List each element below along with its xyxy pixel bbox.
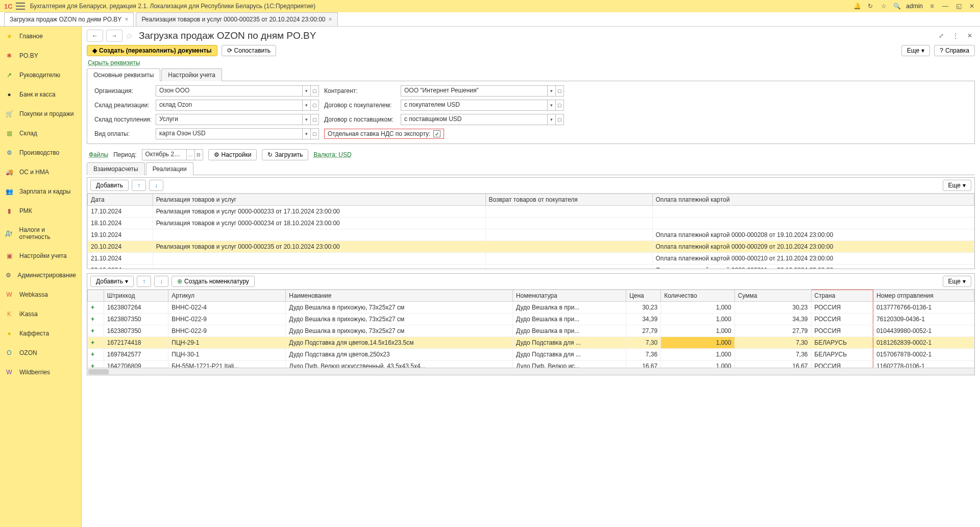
sklad-real-input[interactable]: склад Ozon▾▢ (156, 100, 319, 111)
plus-expand-icon[interactable]: + (91, 316, 94, 323)
minimize-icon[interactable]: — (941, 2, 949, 10)
plus-expand-icon[interactable]: + (91, 327, 94, 334)
col-header[interactable] (88, 290, 104, 302)
create-docs-button[interactable]: ◆ Создать (перезаполнить) документы (87, 45, 217, 56)
move-item-down-button[interactable]: ↓ (154, 276, 168, 287)
table-row[interactable]: 20.10.2024Реализация товаров и услуг 000… (88, 241, 974, 253)
add-item-button[interactable]: Добавить ▾ (90, 276, 134, 287)
app-tab[interactable]: Загрузка продаж OZON по дням PO.BY × (4, 12, 134, 26)
restore-icon[interactable]: ◱ (954, 2, 963, 10)
sidebar-item[interactable]: OOZON (0, 343, 81, 363)
table-row[interactable]: 17.10.2024Реализация товаров и услуг 000… (88, 206, 974, 218)
vid-input[interactable]: карта Озон USD▾▢ (156, 128, 319, 139)
close-tab-icon[interactable]: × (125, 16, 128, 23)
sidebar-item[interactable]: ✱PO.BY (0, 46, 81, 65)
sklad-post-input[interactable]: Услуги▾▢ (156, 114, 319, 125)
move-item-up-button[interactable]: ↑ (137, 276, 151, 287)
settings-button[interactable]: ⚙ Настройки (208, 149, 257, 160)
tab-realizations[interactable]: Реализации (146, 162, 193, 175)
items-more-button[interactable]: Еще ▾ (943, 276, 971, 287)
page-more-icon[interactable]: ⋮ (950, 31, 961, 41)
sidebar-item[interactable]: 🛒Покупки и продажи (0, 104, 81, 124)
sidebar-item[interactable]: ▣Настройки учета (0, 246, 81, 266)
help-button[interactable]: ? Справка (934, 45, 975, 56)
more-button[interactable]: Еще ▾ (901, 45, 930, 56)
col-header[interactable]: Номер отправления (873, 290, 974, 302)
tab-settlements[interactable]: Взаиморасчеты (87, 162, 145, 175)
realizations-table[interactable]: ДатаРеализация товаров и услугВозврат то… (87, 194, 974, 269)
nds-export-checkbox[interactable]: ✓ (433, 130, 440, 137)
move-down-button[interactable]: ↓ (149, 180, 163, 191)
dropdown-icon[interactable]: ▾ (302, 86, 310, 96)
table-row[interactable]: +1623807350ВННС-022-9Дудо Вешалка в прих… (88, 314, 974, 325)
contragent-input[interactable]: ООО "Интернет Решения"▾▢ (401, 85, 564, 97)
star-icon[interactable]: ☆ (879, 2, 888, 10)
table-row[interactable]: 19.10.2024Оплата платежной картой 0000-0… (88, 229, 974, 241)
plus-expand-icon[interactable]: + (91, 339, 94, 346)
close-tab-icon[interactable]: × (329, 16, 332, 23)
plus-expand-icon[interactable]: + (91, 304, 94, 311)
table-row[interactable]: 22.10.2024Оплата платежной картой 0000-0… (88, 265, 974, 269)
sidebar-item[interactable]: ●Каффеста (0, 324, 81, 343)
nav-back-button[interactable]: ← (87, 30, 103, 42)
col-header[interactable]: Цена (626, 290, 660, 302)
open-link-icon[interactable]: ⤢ (936, 31, 946, 41)
tab-settings[interactable]: Настройки учета (161, 68, 222, 81)
compare-button[interactable]: ⟳ Сопоставить (222, 45, 276, 56)
period-input[interactable]: Октябрь 2024 г.…⊟ (142, 149, 203, 160)
table-row[interactable]: +1642706809БН-55М-1721-Р21 Itali...Дудо … (88, 361, 974, 368)
sidebar-item[interactable]: ▮РМК (0, 201, 81, 221)
sidebar-item[interactable]: ДтНалоги и отчетность (0, 221, 81, 246)
sidebar-item[interactable]: WWebkassa (0, 285, 81, 304)
table-row[interactable]: +1672174418ПЦН-29-1Дудо Подставка для цв… (88, 337, 974, 349)
org-input[interactable]: Озон ООО▾▢ (156, 85, 319, 97)
col-header[interactable]: Страна (811, 290, 873, 302)
sidebar-item[interactable]: KiKassa (0, 304, 81, 324)
settings-bars-icon[interactable]: ≡ (928, 2, 936, 10)
sidebar-item[interactable]: WWildberries (0, 363, 81, 382)
plus-expand-icon[interactable]: + (91, 351, 94, 358)
col-header[interactable]: Оплата платежной картой (652, 194, 974, 206)
sidebar-item[interactable]: ●Банк и касса (0, 85, 81, 104)
table-row[interactable]: +1697842577ПЦН-30-1Дудо Подставка для цв… (88, 349, 974, 361)
col-header[interactable]: Сумма (734, 290, 811, 302)
close-icon[interactable]: ✕ (968, 2, 976, 10)
col-header[interactable]: Штрихкод (104, 290, 168, 302)
table-row[interactable]: 18.10.2024Реализация товаров и услуг 000… (88, 218, 974, 229)
app-tab[interactable]: Реализация товаров и услуг 0000-000235 о… (136, 12, 337, 26)
sidebar-item[interactable]: ⚙Производство (0, 143, 81, 162)
add-row-button[interactable]: Добавить (90, 180, 129, 191)
col-header[interactable]: Возврат товаров от покупателя (485, 194, 652, 206)
plus-expand-icon[interactable]: + (91, 363, 94, 368)
dog-post-input[interactable]: с поставщиком USD▾▢ (401, 114, 564, 125)
create-nomenclature-button[interactable]: ⊕ Создать номенклатуру (172, 276, 255, 287)
col-header[interactable]: Наименование (286, 290, 513, 302)
load-button[interactable]: ↻ Загрузить (262, 149, 308, 160)
files-link[interactable]: Файлы (89, 151, 108, 158)
main-menu-icon[interactable] (16, 3, 25, 10)
horizontal-scrollbar[interactable] (87, 368, 974, 375)
col-header[interactable]: Количество (661, 290, 734, 302)
open-icon[interactable]: ▢ (555, 86, 564, 96)
col-header[interactable]: Номенклатура (513, 290, 626, 302)
hide-requisites-link[interactable]: Скрыть реквизиты (88, 59, 140, 66)
sidebar-item[interactable]: 👥Зарплата и кадры (0, 182, 81, 201)
sidebar-item[interactable]: ★Главное (0, 27, 81, 46)
table-row[interactable]: +1623807264ВННС-022-4Дудо Вешалка в прих… (88, 302, 974, 314)
nav-forward-button[interactable]: → (106, 30, 122, 42)
sidebar-item[interactable]: 🚚ОС и НМА (0, 162, 81, 182)
col-header[interactable]: Дата (88, 194, 153, 206)
bookmark-star-icon[interactable]: ☆ (126, 31, 133, 41)
search-icon[interactable]: 🔍 (893, 2, 901, 10)
page-close-icon[interactable]: ✕ (965, 31, 975, 41)
bell-icon[interactable]: 🔔 (853, 2, 861, 10)
tab-main-requisites[interactable]: Основные реквизиты (87, 68, 160, 81)
sidebar-item[interactable]: ⚙Администрирование (0, 266, 81, 285)
user-label[interactable]: admin (906, 3, 923, 10)
history-icon[interactable]: ↻ (866, 2, 874, 10)
table-row[interactable]: +1623807350ВННС-022-9Дудо Вешалка в прих… (88, 325, 974, 337)
sidebar-item[interactable]: ↗Руководителю (0, 65, 81, 85)
table-more-button[interactable]: Еще ▾ (943, 180, 971, 191)
dog-pok-input[interactable]: с покупателем USD▾▢ (401, 100, 564, 111)
col-header[interactable]: Реализация товаров и услуг (153, 194, 485, 206)
